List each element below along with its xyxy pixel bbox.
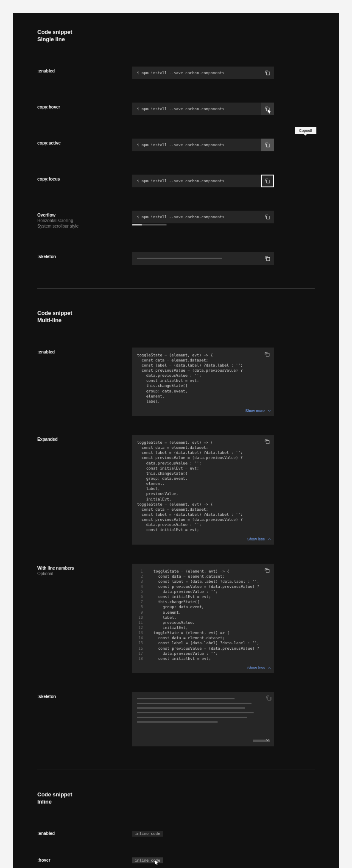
chevron-down-icon	[265, 737, 271, 743]
snippet-code: toggleState = (element, evt) => { const …	[137, 353, 243, 403]
copy-button[interactable]	[261, 103, 274, 115]
state-label-focus: copy:focus	[37, 175, 132, 182]
copy-button[interactable]	[261, 67, 274, 79]
state-label-hover: copy:hover	[37, 103, 132, 110]
copied-tooltip: Copied!	[295, 127, 316, 134]
skeleton-bar	[137, 703, 251, 704]
skeleton-bar	[137, 698, 235, 699]
skeleton-bar	[137, 712, 254, 713]
multi-snippet-enabled: toggleState = (element, evt) => { const …	[132, 348, 274, 416]
state-label-enabled: :enabled	[37, 67, 132, 74]
snippet-code: $ npm install --save carbon-components	[132, 179, 224, 183]
skeleton-bar	[137, 717, 247, 718]
snippet-code: $ npm install --save carbon-components	[132, 71, 224, 75]
copy-button[interactable]	[266, 695, 271, 702]
title-line1: Code snippet	[37, 29, 72, 35]
show-less-button[interactable]: Show less	[247, 537, 271, 542]
single-snippet-enabled: $ npm install --save carbon-components	[132, 67, 274, 79]
copy-icon	[266, 696, 271, 701]
multi-snippet-skeleton	[132, 692, 274, 746]
single-snippet-skeleton	[132, 252, 274, 265]
chevron-up-icon	[267, 537, 271, 541]
cursor-icon	[155, 860, 159, 866]
snippet-code: toggleState = (element, evt) => { const …	[149, 569, 259, 661]
section-title-inline: Code snippet Inline	[37, 791, 315, 806]
single-snippet-hover: $ npm install --save carbon-components	[132, 103, 274, 115]
state-label-hover: :hover	[37, 856, 132, 863]
snippet-code: toggleState = (element, evt) => { const …	[137, 440, 243, 532]
cursor-icon	[267, 109, 272, 114]
copy-icon	[265, 256, 270, 261]
copy-icon	[265, 439, 270, 444]
copy-icon	[265, 214, 270, 220]
state-label-skeleton: :skeleton	[37, 252, 132, 259]
copy-icon	[265, 352, 270, 357]
line-numbers: 1 2 3 4 5 6 7 8 9 10 11 12 13 14 15 16 1…	[136, 569, 143, 662]
chevron-down-icon	[267, 409, 271, 413]
state-label-expanded: Expanded	[37, 435, 132, 442]
copy-button[interactable]	[263, 566, 271, 575]
inline-snippet-hover[interactable]: inline code	[132, 857, 163, 863]
copy-button[interactable]	[261, 211, 274, 223]
state-label-skeleton: :skeleton	[37, 692, 132, 699]
state-label-enabled: :enabled	[37, 829, 132, 836]
snippet-code: $ npm install --save carbon-components	[132, 215, 224, 219]
state-label-linenum: With line numbers Optional	[37, 564, 132, 576]
snippet-code: $ npm install --save carbon-components	[132, 143, 224, 147]
section-title-single: Code snippet Single line	[37, 29, 315, 43]
copy-button[interactable]	[261, 139, 274, 151]
divider	[37, 288, 315, 289]
single-snippet-focus: $ npm install --save carbon-components	[132, 175, 274, 187]
chevron-up-icon	[267, 666, 271, 670]
copy-button[interactable]	[263, 350, 271, 359]
state-label-overflow: Overflow Horizontal scrolling System scr…	[37, 211, 132, 229]
title-line2: Single line	[37, 36, 315, 43]
inline-snippet-enabled[interactable]: inline code	[132, 831, 163, 837]
state-label-enabled: :enabled	[37, 348, 132, 355]
copy-icon	[265, 568, 270, 573]
section-title-multi: Code snippet Multi-line	[37, 310, 315, 324]
skeleton-bar	[137, 721, 218, 723]
copy-icon	[265, 178, 270, 184]
snippet-code: $ npm install --save carbon-components	[132, 107, 224, 111]
copy-button[interactable]	[263, 437, 271, 446]
copy-button[interactable]	[261, 252, 274, 265]
copy-button[interactable]	[261, 175, 274, 187]
single-snippet-active: $ npm install --save carbon-components	[132, 139, 274, 151]
skeleton-bar	[137, 258, 222, 259]
skeleton-bar	[137, 707, 245, 709]
divider	[37, 770, 315, 770]
single-snippet-overflow[interactable]: $ npm install --save carbon-components	[132, 211, 274, 223]
spec-page: Code snippet Single line :enabled $ npm …	[13, 13, 339, 868]
copy-icon	[265, 70, 270, 75]
show-more-button[interactable]: Show more	[245, 408, 271, 413]
multi-snippet-expanded: toggleState = (element, evt) => { const …	[132, 435, 274, 545]
state-label-active: copy:active	[37, 139, 132, 146]
multi-snippet-linenum: 1 2 3 4 5 6 7 8 9 10 11 12 13 14 15 16 1…	[132, 564, 274, 673]
scrollbar[interactable]	[132, 224, 167, 225]
show-less-button[interactable]: Show less	[247, 665, 271, 670]
copy-icon	[265, 142, 270, 147]
